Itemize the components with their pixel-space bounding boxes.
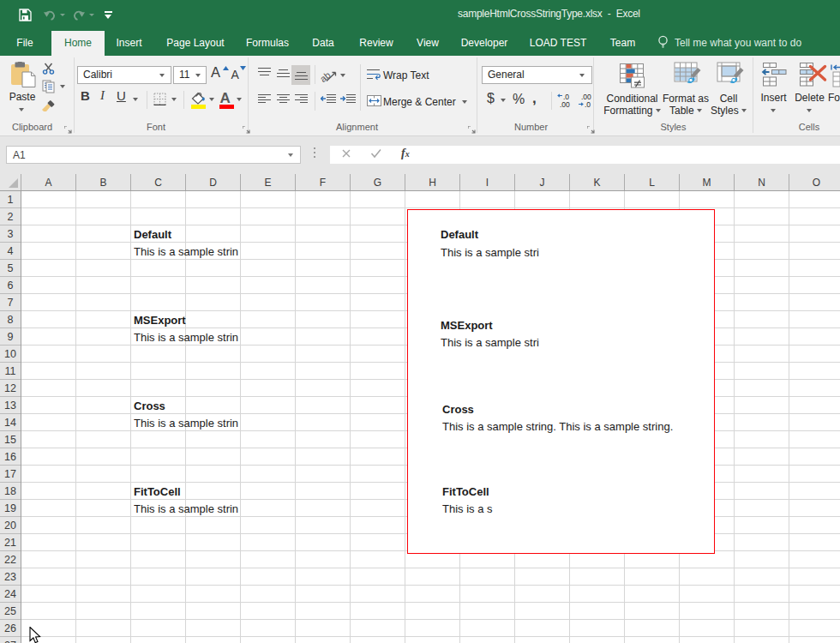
svg-text:.00: .00 [560,100,570,108]
svg-text:.0: .0 [585,100,591,108]
